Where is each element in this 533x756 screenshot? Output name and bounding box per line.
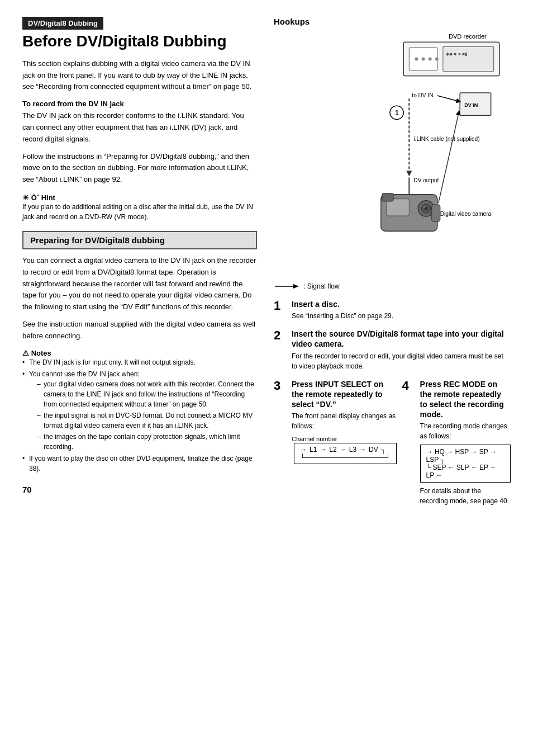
channel-l2: L2	[329, 446, 336, 453]
note-item-1: The DV IN jack is for input only. It wil…	[22, 357, 257, 367]
channel-arrow-1: →	[320, 446, 326, 453]
channel-arrow-2: →	[340, 446, 346, 453]
svg-marker-30	[293, 284, 299, 289]
svg-text:Digital video camera: Digital video camera	[440, 211, 492, 217]
intro-text: This section explains dubbing with a dig…	[22, 58, 257, 93]
rec-flow-box: → HQ → HSP → SP → LSP ┐ └ SEP ← SLP ← EP…	[420, 445, 511, 483]
step-2-heading: Insert the source DV/Digital8 format tap…	[292, 329, 511, 349]
step-4-num: 4	[402, 379, 415, 393]
step-4: 4 Press REC MODE on the remote repeatedl…	[402, 379, 511, 507]
svg-text:DV IN: DV IN	[464, 102, 478, 108]
hint-title: ☀ Òˇ Hint	[22, 193, 257, 202]
section2-text1: You can connect a digital video camera t…	[22, 255, 257, 313]
notes-box: ⚠ Notes The DV IN jack is for input only…	[22, 349, 257, 474]
channel-flow-box: → L1 → L2 → L3 → DV ┐ └─────────────────…	[294, 443, 397, 464]
note-subitem-1: your digital video camera does not work …	[37, 379, 257, 409]
svg-rect-21	[432, 205, 440, 221]
svg-text:1: 1	[395, 109, 399, 117]
notes-list: The DV IN jack is for input only. It wil…	[22, 357, 257, 474]
step-1-num: 1	[274, 299, 286, 313]
note-subitem-2: the input signal is not in DVC-SD format…	[37, 410, 257, 431]
step-3-heading: Press INPUT SELECT on the remote repeate…	[292, 379, 397, 410]
svg-point-20	[423, 206, 426, 207]
hint-text: If you plan to do additional editing on …	[22, 202, 257, 222]
channel-loop-arrow: └─────────────────┘	[300, 453, 391, 461]
notes-icon: ⚠	[22, 349, 29, 357]
step-2-text: For the recorder to record or edit, your…	[292, 351, 511, 371]
channel-flow-items: → L1 → L2 → L3 → DV ┐	[300, 446, 391, 453]
svg-point-5	[435, 57, 439, 60]
right-column: Hookups DVD recorder ◆◆∙■ ►■▮ DV IN	[274, 17, 511, 522]
svg-text:◆◆∙■ ►■▮: ◆◆∙■ ►■▮	[446, 51, 467, 56]
section2-text2: See the instruction manual supplied with…	[22, 319, 257, 342]
step-3-text: The front panel display changes as follo…	[292, 411, 397, 431]
subheading-record: To record from the DV IN jack	[22, 100, 257, 108]
hookups-title: Hookups	[274, 17, 511, 26]
svg-point-3	[421, 57, 425, 60]
notes-label: Notes	[31, 349, 51, 357]
section2-title: Preparing for DV/Digital8 dubbing	[22, 231, 257, 249]
svg-rect-6	[443, 46, 494, 71]
signal-flow-text: : Signal flow	[303, 282, 340, 290]
dvd-recorder-label: DVD recorder	[449, 33, 487, 40]
svg-point-2	[415, 57, 418, 60]
channel-l3: L3	[349, 446, 356, 453]
page-number: 70	[22, 485, 257, 494]
svg-line-26	[439, 112, 459, 203]
channel-flow-diagram: Channel number → L1 → L2 → L3 → DV ┐	[292, 434, 397, 464]
record-text1: The DV IN jack on this recorder conforms…	[22, 110, 257, 145]
rec-note: For details about the recording mode, se…	[420, 486, 511, 506]
step-4-text: The recording mode changes as follows:	[420, 421, 511, 441]
channel-corner: ┐	[381, 446, 386, 453]
hint-icon: ☀	[22, 193, 29, 202]
to-dv-in-label: to DV IN	[412, 92, 433, 98]
hookup-diagram: DVD recorder ◆◆∙■ ►■▮ DV IN to DV IN	[274, 31, 511, 277]
record-text2: Follow the instructions in “Preparing fo…	[22, 151, 257, 186]
rec-flow-row1: → HQ → HSP → SP → LSP ┐	[426, 448, 505, 464]
step-3-num: 3	[274, 379, 286, 393]
notes-sublist: your digital video camera does not work …	[29, 379, 257, 452]
channel-arrow-3: →	[359, 446, 366, 453]
svg-point-4	[429, 57, 432, 60]
step-1-text: See “Inserting a Disc” on page 29.	[292, 311, 393, 321]
step-3-content: Press INPUT SELECT on the remote repeate…	[292, 379, 397, 468]
left-column: DV/Digital8 Dubbing Before DV/Digital8 D…	[22, 17, 257, 522]
note-subitem-3: the images on the tape contain copy prot…	[37, 432, 257, 452]
signal-flow-label: : Signal flow	[274, 282, 511, 290]
step-3: 3 Press INPUT SELECT on the remote repea…	[274, 379, 511, 514]
step-1-heading: Insert a disc.	[292, 299, 393, 309]
note-item-2: You cannot use the DV IN jack when: your…	[22, 369, 257, 452]
channel-dv: DV	[369, 446, 378, 453]
note-item-3: If you want to play the disc on other DV…	[22, 453, 257, 474]
step-2: 2 Insert the source DV/Digital8 format t…	[274, 329, 511, 371]
channel-arrow-start: →	[300, 446, 307, 453]
page-title: Before DV/Digital8 Dubbing	[22, 33, 257, 50]
step-4-heading: Press REC MODE on the remote repeatedly …	[420, 379, 511, 420]
svg-marker-12	[406, 171, 412, 176]
section-tag: DV/Digital8 Dubbing	[22, 17, 103, 30]
step-2-num: 2	[274, 329, 286, 342]
step-1: 1 Insert a disc. See “Inserting a Disc” …	[274, 299, 511, 321]
step-1-content: Insert a disc. See “Inserting a Disc” on…	[292, 299, 393, 321]
rec-flow-row2: └ SEP ← SLP ← EP ← LP ←	[426, 464, 505, 479]
hint-box: ☀ Òˇ Hint If you plan to do additional e…	[22, 193, 257, 222]
signal-flow-arrow-svg	[274, 282, 299, 290]
channel-l1: L1	[310, 446, 317, 453]
hookup-svg: DVD recorder ◆◆∙■ ►■▮ DV IN to DV IN	[274, 31, 511, 273]
page-layout: DV/Digital8 Dubbing Before DV/Digital8 D…	[22, 17, 511, 522]
svg-text:DV output: DV output	[413, 177, 439, 183]
step-4-content: Press REC MODE on the remote repeatedly …	[420, 379, 511, 507]
step-2-content: Insert the source DV/Digital8 format tap…	[292, 329, 511, 371]
notes-title: ⚠ Notes	[22, 349, 257, 357]
svg-line-10	[437, 96, 459, 101]
svg-text:i.LINK cable (not supplied): i.LINK cable (not supplied)	[413, 136, 479, 142]
svg-rect-22	[382, 193, 393, 201]
channel-flow-label: Channel number	[292, 436, 337, 442]
